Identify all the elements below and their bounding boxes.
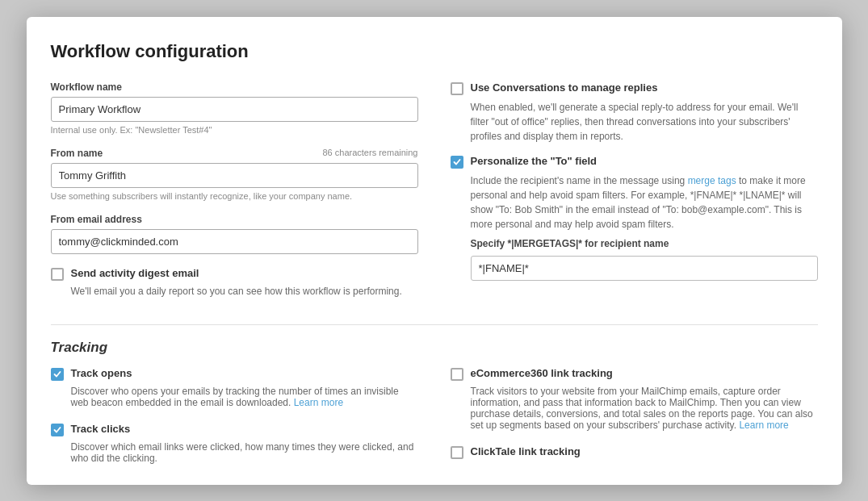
send-digest-checkbox[interactable] [51,268,64,281]
track-clicks-checkbox[interactable] [51,424,64,436]
workflow-name-label: Workflow name [51,81,418,93]
personalize-option: Personalize the "To" field Include the r… [451,155,818,281]
from-name-hint: Use something subscribers will instantly… [51,191,418,201]
ecommerce-label: eCommerce360 link tracking [471,367,613,379]
ecommerce-row[interactable]: eCommerce360 link tracking [451,367,818,381]
personalize-checkbox[interactable] [451,156,463,169]
track-opens-row[interactable]: Track opens [51,367,418,381]
track-opens-label: Track opens [71,367,132,379]
conversations-desc: When enabled, we'll generate a special r… [471,100,818,144]
track-clicks-label: Track clicks [71,423,131,435]
clicktale-row[interactable]: ClickTale link tracking [451,445,818,459]
ecommerce-learn-more[interactable]: Learn more [739,420,788,431]
workflow-name-group: Workflow name Internal use only. Ex: "Ne… [51,81,418,135]
tracking-grid: Track opens Discover who opens your emai… [51,367,818,478]
conversations-checkbox[interactable] [451,82,463,95]
workflow-name-hint: Internal use only. Ex: "Newsletter Test#… [51,125,418,135]
track-clicks-desc: Discover which email links were clicked,… [71,441,418,464]
track-opens-learn-more[interactable]: Learn more [294,397,343,408]
track-opens-desc: Discover who opens your emails by tracki… [71,386,418,408]
tracking-left: Track opens Discover who opens your emai… [51,367,418,478]
conversations-option: Use Conversations to manage replies When… [451,81,818,144]
tracking-right: eCommerce360 link tracking Track visitor… [451,367,818,478]
send-digest-label: Send activity digest email [71,267,199,279]
personalize-desc: Include the recipient's name in the mess… [471,173,818,232]
from-email-group: From email address [51,214,418,254]
spec-label: Specify *|MERGETAGS|* for recipient name [471,238,818,249]
clicktale-checkbox[interactable] [451,446,463,459]
from-name-input[interactable] [51,163,418,188]
ecommerce-desc: Track visitors to your website from your… [471,386,818,431]
send-digest-desc: We'll email you a daily report so you ca… [71,286,418,297]
ecommerce-checkbox[interactable] [451,368,463,381]
track-opens-checkbox[interactable] [51,368,64,381]
clicktale-label: ClickTale link tracking [471,445,581,457]
personalize-label: Personalize the "To" field [471,155,598,167]
clicktale-item: ClickTale link tracking [451,445,818,459]
conversations-checkbox-row[interactable]: Use Conversations to manage replies [451,81,818,95]
workflow-name-input[interactable] [51,97,418,122]
track-opens-item: Track opens Discover who opens your emai… [51,367,418,408]
modal-title: Workflow configuration [51,41,818,62]
send-digest-checkbox-row[interactable]: Send activity digest email [51,267,418,281]
personalize-checkbox-row[interactable]: Personalize the "To" field [451,155,818,169]
track-clicks-item: Track clicks Discover which email links … [51,423,418,464]
chars-remaining: 86 characters remaining [322,148,417,159]
from-name-group: From name 86 characters remaining Use so… [51,148,418,201]
merge-tags-input[interactable] [471,256,818,281]
from-email-input[interactable] [51,229,418,254]
workflow-config-modal: Workflow configuration Workflow name Int… [27,17,842,485]
ecommerce-item: eCommerce360 link tracking Track visitor… [451,367,818,431]
from-name-label: From name 86 characters remaining [51,148,418,159]
from-email-label: From email address [51,214,418,225]
divider [51,324,818,325]
right-column: Use Conversations to manage replies When… [451,81,818,310]
track-clicks-row[interactable]: Track clicks [51,423,418,436]
conversations-label: Use Conversations to manage replies [471,81,658,94]
send-digest-group: Send activity digest email We'll email y… [51,267,418,297]
tracking-section-title: Tracking [51,340,818,356]
left-column: Workflow name Internal use only. Ex: "Ne… [51,81,418,310]
merge-tags-link[interactable]: merge tags [688,175,736,186]
